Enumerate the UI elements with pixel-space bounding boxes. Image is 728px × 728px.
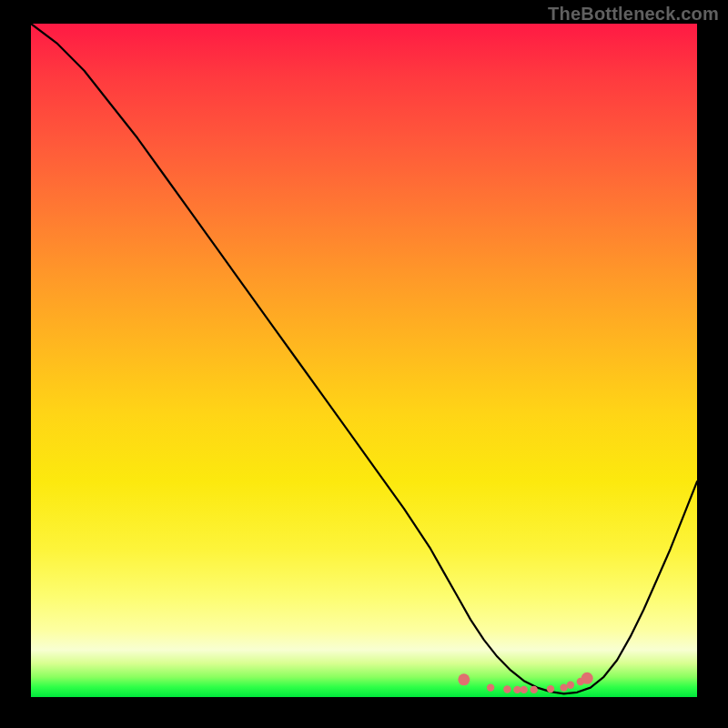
highlight-dot xyxy=(531,686,538,693)
highlight-dot xyxy=(521,686,528,693)
highlight-dot xyxy=(487,683,494,691)
highlight-dot xyxy=(503,685,511,693)
highlight-dot xyxy=(560,683,567,691)
watermark-text: TheBottleneck.com xyxy=(548,4,719,25)
plot-area xyxy=(31,24,697,697)
chart-container: TheBottleneck.com xyxy=(0,0,728,728)
highlight-dots-group xyxy=(458,672,592,693)
bottleneck-curve xyxy=(31,24,697,693)
highlight-dot xyxy=(581,672,593,684)
curve-overlay xyxy=(31,24,697,697)
highlight-dot xyxy=(513,686,521,693)
highlight-dot xyxy=(458,673,470,685)
highlight-dot xyxy=(567,682,574,689)
highlight-dot xyxy=(547,685,554,693)
